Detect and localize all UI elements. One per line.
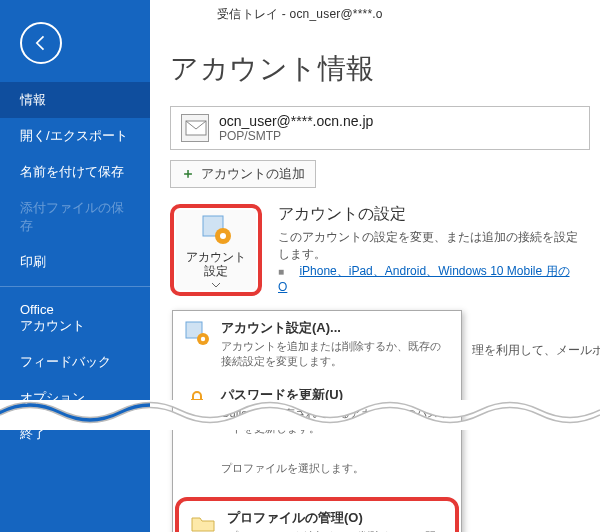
plus-icon: ＋ [181,165,195,183]
folder-icon [189,509,217,532]
dropdown-manage-profile[interactable]: プロファイルの管理(O) プロファイルを追加または削除するか、既存のプロファイル… [175,497,459,532]
svg-point-3 [220,233,226,239]
dropdown-account-settings[interactable]: アカウント設定(A)... アカウントを追加または削除するか、既存の接続設定を変… [173,311,461,378]
settings-desc-text: このアカウントの設定を変更、または追加の接続を設定します。 [278,229,580,263]
dropdown-item-title: プロファイルの管理(O) [227,509,445,527]
mailbox-icon [181,114,209,142]
settings-heading: アカウントの設定 [278,204,580,225]
sidebar-item-print[interactable]: 印刷 [0,244,150,280]
sidebar-item-info[interactable]: 情報 [0,82,150,118]
sidebar-item-exit[interactable]: 終了 [0,416,150,452]
mobile-setup-link[interactable]: iPhone、iPad、Android、Windows 10 Mobile 用の… [278,264,570,294]
account-gear-icon [199,212,233,246]
account-settings-icon [183,319,211,347]
account-email: ocn_user@****.ocn.ne.jp [219,113,373,129]
account-settings-dropdown: アカウント設定(A)... アカウントを追加または削除するか、既存の接続設定を変… [172,310,462,532]
back-button[interactable] [20,22,62,64]
lock-icon [183,386,211,414]
dropdown-item-sub: アカウントを追加または削除するか、既存の接続設定を変更します。 [221,339,451,370]
highlight-account-settings-button: アカウント 設定 [170,204,262,296]
account-protocol: POP/SMTP [219,129,373,143]
sidebar-item-open-export[interactable]: 開く/エクスポート [0,118,150,154]
sidebar-item-feedback[interactable]: フィードバック [0,344,150,380]
add-account-label: アカウントの追加 [201,165,305,183]
file-sidebar: 情報 開く/エクスポート 名前を付けて保存 添付ファイルの保存 印刷 Offic… [0,0,150,532]
dropdown-item-sub: プロファイルを選択します。 [221,461,364,476]
dropdown-item-title: アカウント設定(A)... [221,319,451,337]
page-title: アカウント情報 [170,50,580,88]
dropdown-select-profile-partial[interactable]: プロファイルを選択します。 [173,445,461,495]
dropdown-update-password[interactable]: パスワードを更新(U) Outlook に保存されているアカウントのパスワードを… [173,378,461,445]
sidebar-item-save-attachments: 添付ファイルの保存 [0,190,150,244]
sidebar-divider [0,286,150,287]
dropdown-item-sub: プロファイルを追加または削除するか、既存のプロファイル設定を変更します。 [227,529,445,532]
svg-rect-7 [191,399,203,409]
arrow-left-icon [31,33,51,53]
profile-select-icon [183,459,211,487]
sidebar-item-office-account[interactable]: Office アカウント [0,293,150,344]
sidebar-item-save-as[interactable]: 名前を付けて保存 [0,154,150,190]
add-account-button[interactable]: ＋ アカウントの追加 [170,160,316,188]
chevron-down-icon [211,282,221,288]
account-settings-button-label: アカウント 設定 [186,250,246,279]
bullet-icon: ■ [278,266,284,277]
truncated-text: 理を利用して、メールボックスの [472,342,600,359]
sidebar-item-options[interactable]: オプション [0,380,150,416]
dropdown-item-sub: Outlook に保存されているアカウントのパスワードを更新します。 [221,406,451,437]
account-settings-button[interactable]: アカウント 設定 [176,210,256,290]
svg-point-6 [201,337,205,341]
account-selector[interactable]: ocn_user@****.ocn.ne.jp POP/SMTP [170,106,590,150]
dropdown-item-title: パスワードを更新(U) [221,386,451,404]
account-settings-description: アカウントの設定 このアカウントの設定を変更、または追加の接続を設定します。 ■… [278,204,580,294]
